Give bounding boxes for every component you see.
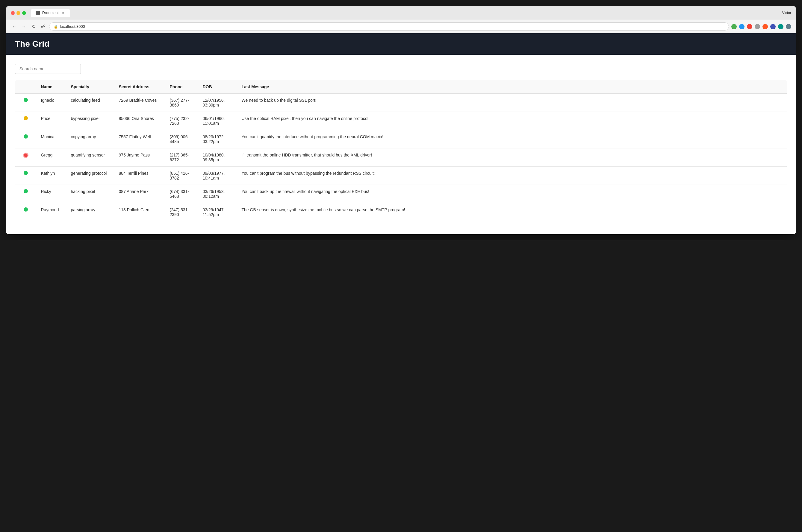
forward-button[interactable]: → (20, 23, 28, 30)
dob-cell: 09/03/1977, 10:41am (198, 167, 237, 185)
status-dot (23, 153, 29, 158)
message-cell: You can't back up the firewall without n… (237, 185, 787, 203)
toolbar-icon-1[interactable] (731, 24, 737, 29)
table-row[interactable]: Kathlyngenerating protocol884 Terrill Pi… (15, 167, 787, 185)
toolbar-icon-6[interactable] (770, 24, 776, 29)
message-cell: We need to back up the digital SSL port! (237, 94, 787, 112)
url-text: localhost:3000 (60, 24, 85, 29)
url-bar[interactable]: 🔒 localhost:3000 (49, 22, 729, 31)
message-cell: You can't quantify the interface without… (237, 130, 787, 148)
name-cell: Raymond (36, 203, 66, 222)
dob-cell: 12/07/1956, 03:30pm (198, 94, 237, 112)
name-cell: Price (36, 112, 66, 130)
close-button[interactable] (11, 11, 15, 15)
specialty-cell: quantifying sensor (66, 148, 114, 167)
active-tab[interactable]: Document × (31, 9, 70, 17)
tab-bar: Document × (31, 9, 782, 17)
home-button[interactable]: ☍ (39, 23, 47, 30)
minimize-button[interactable] (17, 11, 20, 15)
data-table: Name Specialty Secret Address Phone DOB … (15, 80, 787, 222)
toolbar-icons (731, 24, 791, 29)
table-row[interactable]: Ignaciocalculating feed7269 Bradtke Cove… (15, 94, 787, 112)
specialty-cell: copying array (66, 130, 114, 148)
table-row[interactable]: Rickyhacking pixel087 Ariane Park(674) 3… (15, 185, 787, 203)
phone-cell: (775) 232-7260 (165, 112, 198, 130)
name-cell: Ricky (36, 185, 66, 203)
table-row[interactable]: Raymondparsing array113 Pollich Glen(247… (15, 203, 787, 222)
status-dot (24, 171, 28, 175)
tab-close-button[interactable]: × (61, 11, 65, 15)
toolbar-icon-2[interactable] (739, 24, 745, 29)
col-header-message: Last Message (237, 80, 787, 94)
back-button[interactable]: ← (11, 23, 18, 30)
phone-cell: (367) 277-3869 (165, 94, 198, 112)
dob-cell: 08/23/1972, 03:22pm (198, 130, 237, 148)
status-cell (15, 148, 36, 167)
message-cell: I'll transmit the online HDD transmitter… (237, 148, 787, 167)
browser-window: Document × Victor ← → ↻ ☍ 🔒 localhost:30… (6, 6, 796, 234)
status-cell (15, 203, 36, 222)
dob-cell: 03/29/1947, 11:52pm (198, 203, 237, 222)
status-dot (24, 189, 28, 193)
address-bar: ← → ↻ ☍ 🔒 localhost:3000 (6, 20, 796, 33)
specialty-cell: hacking pixel (66, 185, 114, 203)
name-cell: Gregg (36, 148, 66, 167)
specialty-cell: calculating feed (66, 94, 114, 112)
toolbar-icon-7[interactable] (778, 24, 783, 29)
status-cell (15, 94, 36, 112)
dob-cell: 06/01/1960, 11:01am (198, 112, 237, 130)
col-header-address: Secret Address (114, 80, 165, 94)
address-cell: 7269 Bradtke Coves (114, 94, 165, 112)
name-cell: Monica (36, 130, 66, 148)
tab-title: Document (42, 11, 59, 15)
phone-cell: (309) 006-4485 (165, 130, 198, 148)
status-cell (15, 167, 36, 185)
phone-cell: (674) 331-5468 (165, 185, 198, 203)
tab-favicon-icon (36, 11, 40, 15)
phone-cell: (851) 416-3782 (165, 167, 198, 185)
address-cell: 7557 Flatley Well (114, 130, 165, 148)
table-body: Ignaciocalculating feed7269 Bradtke Cove… (15, 94, 787, 222)
name-cell: Ignacio (36, 94, 66, 112)
name-cell: Kathlyn (36, 167, 66, 185)
app-header: The Grid (6, 33, 796, 55)
message-cell: Use the optical RAM pixel, then you can … (237, 112, 787, 130)
address-cell: 975 Jayme Pass (114, 148, 165, 167)
message-cell: You can't program the bus without bypass… (237, 167, 787, 185)
address-cell: 087 Ariane Park (114, 185, 165, 203)
toolbar-icon-3[interactable] (747, 24, 752, 29)
toolbar-icon-4[interactable] (755, 24, 760, 29)
reload-button[interactable]: ↻ (30, 23, 37, 30)
status-cell (15, 130, 36, 148)
specialty-cell: parsing array (66, 203, 114, 222)
app-body: Name Specialty Secret Address Phone DOB … (6, 55, 796, 234)
table-row[interactable]: Greggquantifying sensor975 Jayme Pass(21… (15, 148, 787, 167)
table-header: Name Specialty Secret Address Phone DOB … (15, 80, 787, 94)
address-cell: 884 Terrill Pines (114, 167, 165, 185)
col-header-name: Name (36, 80, 66, 94)
dob-cell: 10/04/1980, 09:35pm (198, 148, 237, 167)
specialty-cell: bypassing pixel (66, 112, 114, 130)
status-dot (24, 98, 28, 102)
phone-cell: (217) 365-6272 (165, 148, 198, 167)
search-input[interactable] (15, 64, 81, 74)
status-dot (24, 207, 28, 211)
specialty-cell: generating protocol (66, 167, 114, 185)
window-controls (11, 11, 26, 15)
status-dot (24, 134, 28, 138)
col-header-phone: Phone (165, 80, 198, 94)
toolbar-icon-8[interactable] (786, 24, 791, 29)
message-cell: The GB sensor is down, synthesize the mo… (237, 203, 787, 222)
address-cell: 85066 Ona Shores (114, 112, 165, 130)
title-bar: Document × Victor (6, 6, 796, 20)
dob-cell: 03/26/1953, 00:12am (198, 185, 237, 203)
address-cell: 113 Pollich Glen (114, 203, 165, 222)
maximize-button[interactable] (22, 11, 26, 15)
table-row[interactable]: Pricebypassing pixel85066 Ona Shores(775… (15, 112, 787, 130)
status-cell (15, 185, 36, 203)
status-dot (24, 116, 28, 120)
lock-icon: 🔒 (54, 24, 58, 29)
table-row[interactable]: Monicacopying array7557 Flatley Well(309… (15, 130, 787, 148)
col-header-specialty: Specialty (66, 80, 114, 94)
toolbar-icon-5[interactable] (763, 24, 768, 29)
